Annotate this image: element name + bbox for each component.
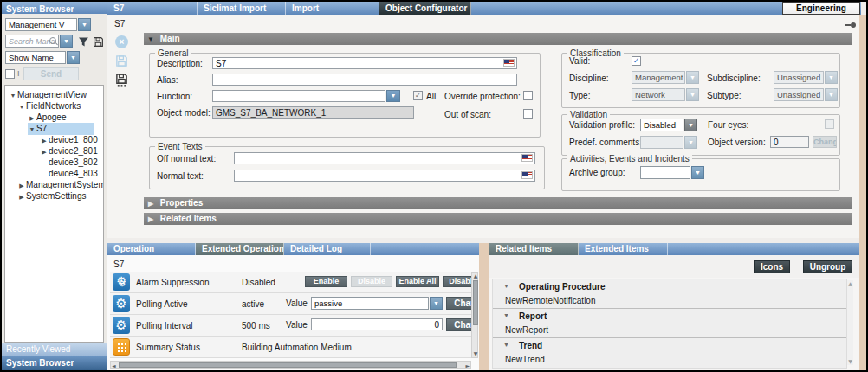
tab-s7[interactable]: S7 xyxy=(107,2,198,15)
chevron-down-icon[interactable]: ▼ xyxy=(825,88,838,101)
related-items-section-expander[interactable]: ▶ Related Items xyxy=(144,213,852,225)
scroll-up-icon[interactable]: ▲ xyxy=(472,273,479,279)
save-as-icon[interactable] xyxy=(115,74,128,90)
all-checkbox[interactable]: ✓ xyxy=(413,91,423,100)
subdiscipline-selector[interactable]: Unassigned ▼ xyxy=(774,71,838,84)
view-selector[interactable]: Management V ▼ xyxy=(5,18,91,31)
chevron-down-icon[interactable]: ▼ xyxy=(28,124,36,135)
search-box[interactable] xyxy=(5,35,59,48)
polling-interval-input[interactable] xyxy=(311,318,443,330)
valid-checkbox[interactable]: ✓ xyxy=(632,56,641,66)
chevron-down-icon[interactable]: ▼ xyxy=(9,90,17,101)
discard-icon[interactable]: × xyxy=(115,35,128,48)
scrollbar-thumb[interactable] xyxy=(119,362,457,368)
change-button[interactable]: Change xyxy=(446,318,471,331)
horizontal-scrollbar[interactable]: ◄ ► xyxy=(110,361,471,369)
validation-profile-selector[interactable]: Disabled ▼ xyxy=(640,119,697,131)
us-flag-icon[interactable] xyxy=(503,59,515,67)
chevron-down-icon[interactable]: ▼ xyxy=(67,51,80,64)
scroll-left-icon[interactable]: ◄ xyxy=(112,362,116,369)
disable-button[interactable]: Disable xyxy=(351,276,392,287)
related-item[interactable]: NewTrend xyxy=(505,355,545,364)
alias-input[interactable] xyxy=(212,74,517,86)
subtype-selector[interactable]: Unassigned ▼ xyxy=(774,88,838,101)
chevron-down-icon[interactable]: ▼ xyxy=(686,88,699,101)
tab-extended-items[interactable]: Extended Items xyxy=(579,243,668,255)
chevron-down-icon[interactable]: ▼ xyxy=(825,71,838,84)
filter-icon[interactable] xyxy=(78,35,89,51)
view-selector-value[interactable]: Management V xyxy=(5,18,77,31)
tree-item-device2[interactable]: ▶device2_801 xyxy=(5,145,103,157)
out-of-scan-checkbox[interactable] xyxy=(523,109,533,119)
tree-item-apogee[interactable]: ▶Apogee xyxy=(5,112,103,123)
chevron-down-icon[interactable]: ▼ xyxy=(17,101,26,112)
tree-item-s7[interactable]: ▼S7 xyxy=(5,123,103,134)
send-button[interactable]: Send xyxy=(23,67,79,80)
type-selector[interactable]: Network ▼ xyxy=(632,88,699,101)
us-flag-icon[interactable] xyxy=(521,171,533,179)
properties-section-expander[interactable]: ▶ Properties xyxy=(144,197,852,209)
related-item[interactable]: NewRemoteNotification xyxy=(505,296,596,305)
chevron-down-icon[interactable]: ▼ xyxy=(503,283,509,289)
pin-icon[interactable] xyxy=(851,22,856,28)
function-input[interactable] xyxy=(212,90,385,102)
chevron-down-icon[interactable]: ▼ xyxy=(78,18,91,31)
tab-extended-operation[interactable]: Extended Operation xyxy=(196,243,284,255)
engineering-mode-button[interactable]: Engineering xyxy=(782,2,860,15)
tree-item-managementsystem[interactable]: ▶ManagementSystem xyxy=(5,179,103,190)
scroll-up-icon[interactable]: ▲ xyxy=(847,280,853,287)
related-item[interactable]: NewReport xyxy=(505,325,548,335)
description-input[interactable] xyxy=(212,57,517,69)
chevron-down-icon[interactable]: ▼ xyxy=(430,297,443,310)
us-flag-icon[interactable] xyxy=(521,154,533,162)
tab-detailed-log[interactable]: Detailed Log xyxy=(284,243,371,255)
tree-item-fieldnetworks[interactable]: ▼FieldNetworks xyxy=(5,100,103,112)
ungroup-button[interactable]: Ungroup xyxy=(803,260,852,273)
recently-viewed-bar[interactable]: Recently Viewed xyxy=(2,343,107,356)
save-filter-icon[interactable] xyxy=(93,35,104,51)
off-normal-text-input[interactable] xyxy=(234,152,535,164)
chevron-right-icon[interactable]: ▶ xyxy=(17,191,26,202)
tab-import[interactable]: Import xyxy=(286,2,379,15)
tab-object-configurator[interactable]: Object Configurator xyxy=(379,2,471,15)
display-mode-value[interactable]: Show Name xyxy=(5,51,66,64)
main-section-expander[interactable]: ▼ Main xyxy=(144,33,852,45)
related-group-title[interactable]: Operating Procedure xyxy=(519,282,605,292)
normal-text-input[interactable] xyxy=(234,170,535,182)
chevron-right-icon[interactable]: ▶ xyxy=(40,146,49,157)
chevron-down-icon[interactable]: ▼ xyxy=(684,119,697,131)
search-chevron-icon[interactable]: ▼ xyxy=(60,35,73,48)
system-browser-bottom-tab[interactable]: System Browser xyxy=(2,356,107,370)
icons-button[interactable]: Icons xyxy=(754,260,790,273)
change-button[interactable]: Change xyxy=(446,297,471,310)
disable-all-button[interactable]: Disable All xyxy=(443,276,471,287)
chevron-down-icon[interactable]: ▼ xyxy=(691,166,704,179)
scroll-down-icon[interactable]: ▼ xyxy=(472,350,479,357)
related-group-title[interactable]: Report xyxy=(519,311,547,321)
tree-item-managementview[interactable]: ▼ManagementView xyxy=(5,89,103,100)
chevron-down-icon[interactable]: ▼ xyxy=(503,312,509,318)
enable-all-button[interactable]: Enable All xyxy=(396,276,439,287)
tree-item-device4[interactable]: device4_803 xyxy=(5,168,103,179)
function-chevron-icon[interactable]: ▼ xyxy=(386,90,400,102)
tab-siclimat-import[interactable]: Siclimat Import xyxy=(198,2,286,15)
scroll-down-icon[interactable]: ▼ xyxy=(847,358,853,365)
archive-group-selector[interactable]: ▼ xyxy=(640,166,704,179)
override-protection-checkbox[interactable] xyxy=(523,91,533,100)
related-group-title[interactable]: Trend xyxy=(519,341,542,350)
tree-item-systemsettings[interactable]: ▶SystemSettings xyxy=(5,190,103,202)
scroll-right-icon[interactable]: ► xyxy=(465,362,470,369)
tab-related-items[interactable]: Related Items xyxy=(489,243,579,255)
display-mode-selector[interactable]: Show Name ▼ xyxy=(5,51,80,64)
tree-item-device1[interactable]: ▶device1_800 xyxy=(5,134,103,145)
tab-operation[interactable]: Operation xyxy=(107,243,196,255)
related-scrollbar[interactable]: ▲ ▼ xyxy=(847,280,853,365)
polling-active-selector[interactable]: passive ▼ xyxy=(311,297,443,310)
discipline-selector[interactable]: Management Sys ▼ xyxy=(632,71,699,84)
vertical-scrollbar[interactable]: ▲ ▼ xyxy=(471,272,478,358)
scrollbar-thumb[interactable] xyxy=(473,280,478,325)
chevron-down-icon[interactable]: ▼ xyxy=(503,342,509,348)
chevron-down-icon[interactable]: ▼ xyxy=(686,71,699,84)
tree-item-device3[interactable]: device3_802 xyxy=(5,157,103,168)
enable-button[interactable]: Enable xyxy=(305,276,347,287)
